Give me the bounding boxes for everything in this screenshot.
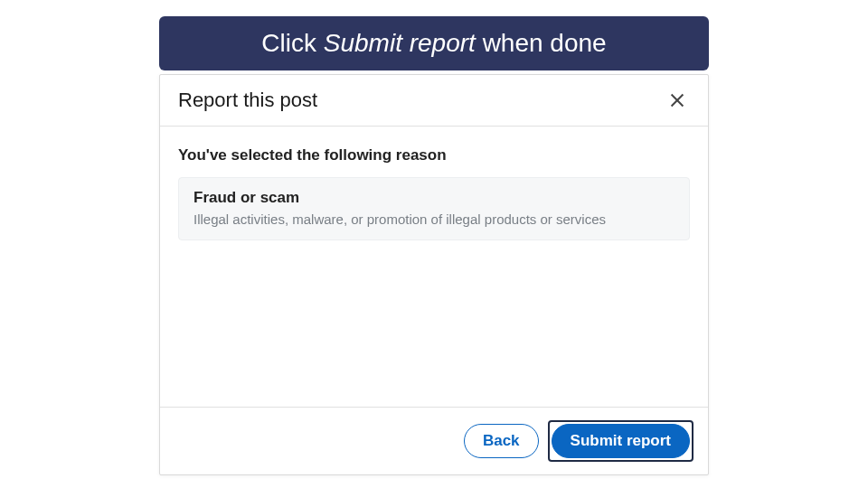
report-modal: Report this post You've selected the fol… — [159, 74, 709, 475]
reason-description: Illegal activities, malware, or promotio… — [193, 211, 675, 229]
close-button[interactable] — [665, 88, 690, 113]
reason-card: Fraud or scam Illegal activities, malwar… — [178, 177, 690, 240]
banner-suffix: when done — [476, 29, 607, 57]
submit-highlight-box: Submit report — [548, 420, 693, 462]
back-button[interactable]: Back — [464, 424, 539, 458]
modal-footer: Back Submit report — [160, 407, 708, 474]
selected-reason-heading: You've selected the following reason — [178, 146, 690, 164]
modal-header: Report this post — [160, 75, 708, 127]
modal-title: Report this post — [178, 89, 317, 112]
modal-body: You've selected the following reason Fra… — [160, 127, 708, 407]
reason-name: Fraud or scam — [193, 189, 675, 207]
banner-prefix: Click — [261, 29, 323, 57]
banner-emphasis: Submit report — [324, 29, 476, 57]
instruction-banner: Click Submit report when done — [159, 16, 709, 70]
close-icon — [667, 90, 687, 110]
submit-report-button[interactable]: Submit report — [552, 424, 690, 458]
